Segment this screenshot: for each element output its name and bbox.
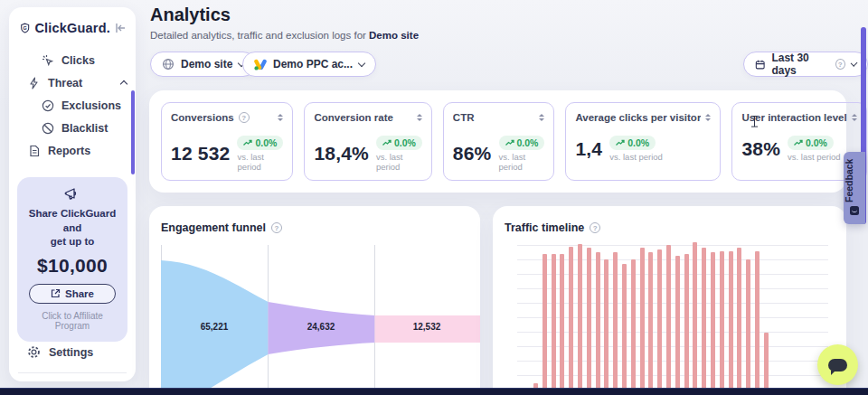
sidebar-scrollbar-thumb[interactable] — [131, 90, 135, 174]
trend-up-icon — [616, 139, 625, 146]
logo-row: G ClickGuard. — [9, 7, 136, 36]
check-circle-icon — [41, 99, 54, 112]
chat-widget-button[interactable] — [817, 344, 858, 385]
ppc-account-dropdown[interactable]: Demo PPC ac... — [242, 52, 376, 77]
date-range-dropdown[interactable]: Last 30 days ? — [743, 52, 868, 77]
timeline-bar[interactable] — [693, 242, 697, 395]
timeline-bar[interactable] — [622, 264, 627, 395]
help-icon[interactable]: ? — [239, 112, 250, 123]
megaphone-icon — [24, 186, 120, 202]
site-selector-value: Demo site — [181, 58, 232, 71]
promo-amount: $10,000 — [24, 255, 120, 277]
sidebar-item-clicks[interactable]: Clicks — [9, 49, 136, 71]
sidebar-collapse-icon[interactable] — [115, 23, 127, 33]
trend-up-icon — [382, 139, 392, 146]
sidebar-item-settings[interactable]: Settings — [9, 342, 136, 363]
funnel-value-label: 12,532 — [413, 322, 441, 332]
trend-up-icon — [505, 139, 514, 146]
compare-label: vs. last period — [499, 152, 545, 172]
timeline-bar[interactable] — [720, 251, 724, 395]
sort-icon[interactable] — [417, 114, 422, 121]
affiliate-promo-card[interactable]: Share ClickGuard and get up to $10,000 S… — [17, 177, 127, 342]
timeline-bar[interactable] — [666, 245, 671, 395]
divider — [18, 372, 127, 373]
stat-card-conversion-rate: Conversion rate 18,4% 0.0% vs. last peri… — [304, 102, 431, 181]
timeline-bar[interactable] — [631, 259, 636, 395]
chevron-up-icon[interactable] — [120, 80, 127, 88]
compare-label: vs. last period — [376, 152, 422, 172]
page-subtitle-text: Detailed analytics, traffic and exclusio… — [150, 30, 366, 41]
compare-label: vs. last period — [237, 152, 283, 172]
chat-bubble-icon — [828, 359, 847, 371]
external-link-icon — [51, 288, 61, 298]
sidebar-item-blacklist[interactable]: Blacklist — [9, 117, 136, 139]
timeline-bar[interactable] — [569, 247, 573, 395]
timeline-bar[interactable] — [755, 251, 760, 395]
sidebar-nav: Clicks Threat Exclusions Blacklist — [9, 49, 136, 162]
help-icon[interactable]: ? — [271, 222, 282, 233]
timeline-bar[interactable] — [560, 254, 564, 395]
trend-up-icon — [794, 139, 803, 146]
help-icon[interactable]: ? — [590, 222, 600, 233]
feedback-smiley-icon — [850, 206, 859, 215]
sort-icon[interactable] — [705, 114, 711, 121]
timeline-bar[interactable] — [737, 248, 741, 395]
funnel-chart — [161, 245, 480, 395]
share-button[interactable]: Share — [29, 284, 116, 304]
date-range-value: Last 30 days — [771, 52, 828, 77]
funnel-title: Engagement funnel — [161, 221, 266, 234]
account-switcher[interactable]: NA gmail.com naatali.ro@gmail.com — [9, 381, 136, 381]
page-title: Analytics — [150, 5, 231, 25]
sidebar: G ClickGuard. Clicks Threat — [9, 7, 136, 381]
stat-label: Average clicks per visitor — [575, 112, 701, 123]
feedback-tab[interactable]: Feedback — [844, 152, 865, 224]
stat-value: 1,4 — [575, 138, 602, 160]
timeline-bar[interactable] — [684, 254, 689, 395]
delta-badge: 0.0% — [499, 136, 545, 150]
stat-value: 18,4% — [314, 143, 369, 165]
timeline-bar[interactable] — [542, 254, 547, 395]
sort-icon[interactable] — [852, 114, 857, 121]
calendar-icon — [755, 59, 765, 71]
timeline-bar[interactable] — [596, 252, 600, 395]
timeline-bar[interactable] — [675, 256, 680, 395]
globe-icon — [162, 58, 175, 71]
page-subtitle: Detailed analytics, traffic and exclusio… — [150, 30, 419, 41]
timeline-bar[interactable] — [578, 244, 582, 395]
delta-badge: 0.0% — [376, 136, 422, 150]
timeline-bar[interactable] — [648, 252, 653, 395]
timeline-bar[interactable] — [657, 249, 662, 395]
delta-badge: 0.0% — [788, 136, 834, 150]
site-selector-dropdown[interactable]: Demo site — [150, 52, 256, 77]
stat-label: User interaction level — [741, 112, 846, 123]
stat-card-avg-clicks: Average clicks per visitor 1,4 0.0% vs. … — [565, 102, 721, 181]
compare-label: vs. last period — [609, 152, 663, 162]
timeline-bar[interactable] — [640, 248, 645, 395]
timeline-bar[interactable] — [711, 252, 715, 395]
timeline-bar[interactable] — [702, 248, 706, 395]
compare-label: vs. last period — [788, 152, 841, 162]
timeline-bar[interactable] — [587, 248, 591, 395]
timeline-bars — [533, 242, 769, 395]
funnel-value-label: 65,221 — [201, 322, 229, 332]
stat-label: Conversion rate — [314, 112, 393, 123]
page-subtitle-site: Demo site — [369, 30, 419, 41]
timeline-bar[interactable] — [729, 251, 733, 395]
trend-up-icon — [243, 139, 252, 146]
timeline-bar[interactable] — [613, 252, 618, 395]
timeline-bar[interactable] — [604, 259, 609, 395]
bottom-edge-bar — [0, 388, 868, 395]
sort-icon[interactable] — [539, 114, 544, 121]
timeline-bar[interactable] — [746, 259, 750, 395]
sidebar-item-threat[interactable]: Threat — [9, 71, 136, 94]
stat-card-ctr: CTR 86% 0.0% vs. last period — [443, 102, 555, 181]
stat-value: 12 532 — [171, 143, 230, 165]
chevron-down-icon — [850, 59, 857, 66]
ppc-account-value: Demo PPC ac... — [273, 58, 353, 71]
sidebar-item-reports[interactable]: Reports — [9, 139, 136, 162]
timeline-bar[interactable] — [552, 254, 556, 395]
stat-card-conversions: Conversions ? 12 532 0.0% vs. last perio… — [161, 102, 293, 181]
sidebar-item-exclusions[interactable]: Exclusions — [9, 94, 136, 117]
sort-icon[interactable] — [278, 114, 283, 121]
timeline-bar[interactable] — [764, 333, 769, 395]
